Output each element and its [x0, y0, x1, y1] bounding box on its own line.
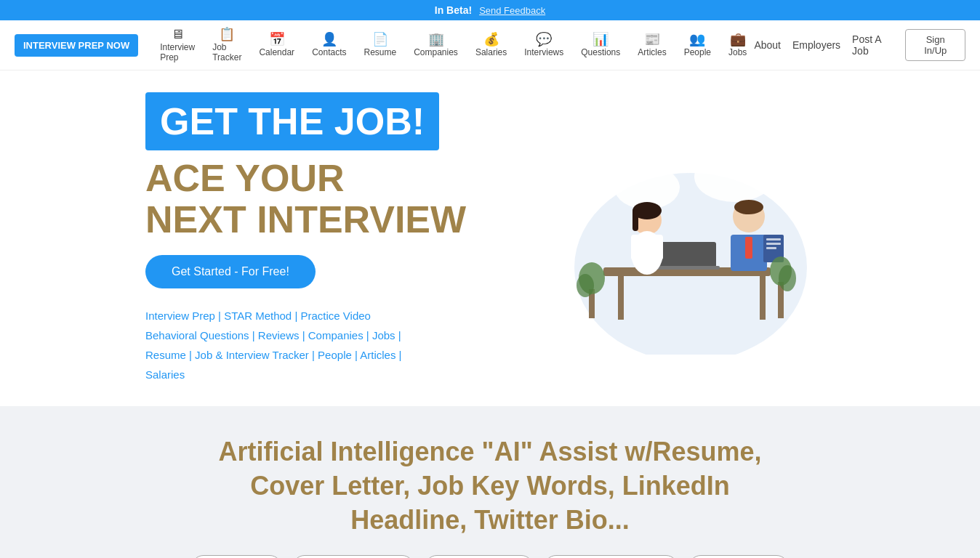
- hero-subtitle: ACE YOUR NEXT INTERVIEW: [145, 158, 523, 240]
- hero-link-articles[interactable]: Articles: [360, 349, 395, 361]
- beta-label: In Beta!: [435, 4, 472, 16]
- nav-item-people[interactable]: 👥People: [677, 30, 718, 60]
- job-tracker-icon: 📋: [219, 28, 235, 41]
- hero-image: [523, 122, 829, 355]
- svg-rect-10: [631, 235, 663, 260]
- beta-banner: In Beta! Send Feedback: [0, 0, 980, 20]
- people-icon: 👥: [689, 33, 705, 46]
- ai-btn-cover-letter-ai[interactable]: Cover Letter w/AI: [425, 555, 534, 558]
- hero-link-behavioral[interactable]: Behavioral Questions: [145, 329, 249, 341]
- articles-label: Articles: [638, 47, 666, 57]
- salaries-icon: 💰: [483, 33, 499, 46]
- navbar: INTERVIEW PREP NOW 🖥Interview Prep📋Job T…: [0, 20, 980, 70]
- nav-item-companies[interactable]: 🏢Companies: [406, 30, 465, 60]
- contacts-label: Contacts: [312, 47, 346, 57]
- questions-label: Questions: [581, 47, 620, 57]
- svg-rect-5: [760, 276, 766, 320]
- hero-link-sep1: |: [218, 310, 224, 322]
- companies-label: Companies: [414, 47, 458, 57]
- interviews-icon: 💬: [536, 33, 552, 46]
- interview-prep-label: Interview Prep: [160, 42, 195, 62]
- nav-item-interviews[interactable]: 💬Interviews: [517, 30, 571, 60]
- hero-link-companies[interactable]: Companies: [308, 329, 364, 341]
- nav-item-jobs[interactable]: 💼Jobs: [721, 30, 754, 60]
- about-link[interactable]: About: [754, 39, 781, 51]
- hero-link-people[interactable]: People: [318, 349, 352, 361]
- get-started-button[interactable]: Get Started - For Free!: [145, 255, 316, 288]
- interview-illustration: [531, 122, 822, 355]
- ai-btn-job-key-words-ai[interactable]: Job Key Words w/AI: [292, 555, 414, 558]
- job-tracker-label: Job Tracker: [212, 42, 241, 62]
- calendar-label: Calendar: [259, 47, 294, 57]
- svg-rect-15: [745, 237, 752, 259]
- ai-btn-linkedin-ai[interactable]: LinkedIn Headline w/AI: [544, 555, 678, 558]
- svg-rect-20: [766, 247, 776, 249]
- hero-link-jobs[interactable]: Jobs: [372, 329, 395, 341]
- salaries-label: Salaries: [475, 47, 507, 57]
- jobs-label: Jobs: [728, 47, 747, 57]
- jobs-icon: 💼: [730, 33, 746, 46]
- hero-section: GET THE JOB! ACE YOUR NEXT INTERVIEW Get…: [0, 70, 980, 406]
- feedback-link[interactable]: Send Feedback: [479, 5, 545, 16]
- questions-icon: 📊: [593, 33, 609, 46]
- interview-prep-icon: 🖥: [171, 28, 184, 41]
- nav-item-contacts[interactable]: 👤Contacts: [305, 30, 353, 60]
- post-job-link[interactable]: Post A Job: [852, 33, 893, 57]
- companies-icon: 🏢: [428, 33, 444, 46]
- svg-point-2: [694, 151, 774, 202]
- hero-links: Interview Prep | STAR Method | Practice …: [145, 306, 523, 384]
- nav-item-resume[interactable]: 📄Resume: [356, 30, 403, 60]
- hero-sub-line1: ACE YOUR: [145, 157, 345, 199]
- resume-label: Resume: [364, 47, 396, 57]
- hero-link-tracker[interactable]: Job & Interview Tracker: [195, 349, 309, 361]
- svg-point-26: [779, 265, 796, 291]
- hero-link-interview-prep[interactable]: Interview Prep: [145, 310, 215, 322]
- people-label: People: [684, 47, 711, 57]
- svg-rect-19: [766, 243, 781, 245]
- nav-item-calendar[interactable]: 📅Calendar: [252, 30, 302, 60]
- ai-btn-twitter-ai[interactable]: Twitter Bio w/AI: [688, 555, 789, 558]
- nav-item-articles[interactable]: 📰Articles: [630, 30, 673, 60]
- svg-point-16: [734, 200, 763, 214]
- hero-link-reviews[interactable]: Reviews: [258, 329, 300, 341]
- hero-link-video[interactable]: Practice Video: [300, 310, 370, 322]
- contacts-icon: 👤: [321, 33, 337, 46]
- hero-link-salaries[interactable]: Salaries: [145, 368, 185, 381]
- svg-rect-12: [632, 209, 638, 231]
- hero-link-star[interactable]: STAR Method: [224, 310, 292, 322]
- nav-item-questions[interactable]: 📊Questions: [574, 30, 627, 60]
- nav-items: 🖥Interview Prep📋Job Tracker📅Calendar👤Con…: [153, 25, 754, 65]
- signin-button[interactable]: Sign In/Up: [905, 29, 965, 61]
- svg-rect-18: [766, 238, 781, 240]
- ai-buttons: Resume w/AIJob Key Words w/AICover Lette…: [58, 555, 922, 558]
- nav-item-interview-prep[interactable]: 🖥Interview Prep: [153, 25, 202, 65]
- calendar-icon: 📅: [269, 33, 285, 46]
- hero-text: GET THE JOB! ACE YOUR NEXT INTERVIEW Get…: [145, 92, 523, 384]
- resume-icon: 📄: [372, 33, 388, 46]
- nav-item-salaries[interactable]: 💰Salaries: [468, 30, 514, 60]
- ai-section: Artificial Intelligence "AI" Assist w/Re…: [0, 406, 980, 558]
- svg-point-23: [577, 274, 594, 297]
- ai-title: Artificial Intelligence "AI" Assist w/Re…: [199, 435, 781, 537]
- nav-right: About Employers Post A Job Sign In/Up: [754, 29, 965, 61]
- hero-sub-line2: NEXT INTERVIEW: [145, 198, 466, 240]
- nav-logo[interactable]: INTERVIEW PREP NOW: [15, 34, 138, 57]
- hero-title-box: GET THE JOB!: [145, 92, 439, 150]
- svg-rect-4: [618, 276, 624, 320]
- articles-icon: 📰: [644, 33, 660, 46]
- interviews-label: Interviews: [524, 47, 563, 57]
- employers-link[interactable]: Employers: [792, 39, 840, 51]
- ai-btn-resume-ai[interactable]: Resume w/AI: [191, 555, 282, 558]
- nav-item-job-tracker[interactable]: 📋Job Tracker: [205, 25, 249, 65]
- hero-link-resume[interactable]: Resume: [145, 349, 186, 361]
